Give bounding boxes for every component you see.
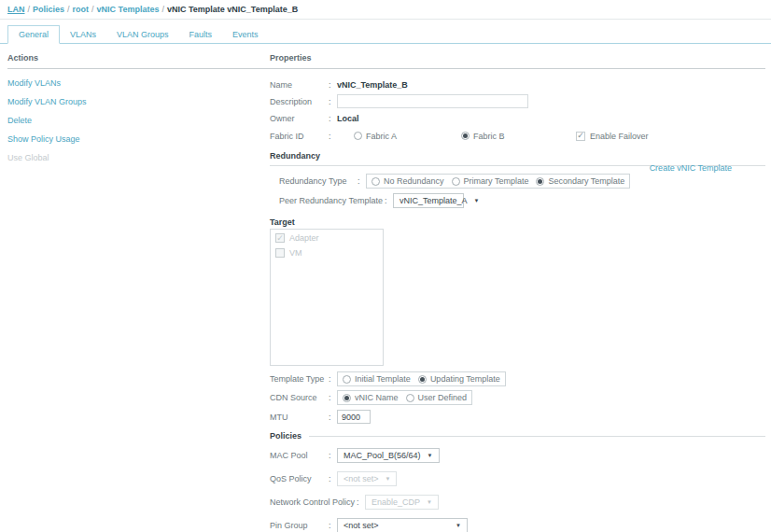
- radio-icon: [371, 177, 380, 186]
- fabric-option[interactable]: Fabric A: [354, 132, 461, 141]
- checkbox-icon: [576, 132, 585, 141]
- cdn-source-group: vNIC NameUser Defined: [337, 390, 472, 405]
- mtu-label: MTU: [270, 413, 329, 422]
- qos-policy-dropdown: <not set>▼: [337, 471, 397, 486]
- redundancy-option-label: Secondary Template: [548, 176, 624, 186]
- policy-label: Pin Group: [270, 521, 329, 530]
- template-type-option-label: Initial Template: [355, 374, 411, 384]
- chevron-down-icon: ▼: [473, 198, 479, 203]
- checkbox-icon: [275, 248, 285, 258]
- redundancy-type-group: No RedundancyPrimary TemplateSecondary T…: [366, 174, 630, 189]
- chevron-down-icon: ▼: [386, 476, 391, 482]
- mac-pool-dropdown[interactable]: MAC_Pool_B(56/64)▼: [337, 448, 440, 463]
- name-row: Name : vNIC_Template_B: [270, 78, 765, 91]
- template-type-row: Template Type : Initial TemplateUpdating…: [270, 371, 765, 386]
- target-listbox: AdapterVM: [270, 229, 384, 366]
- policy-row-mac-pool: MAC Pool:MAC_Pool_B(56/64)▼: [270, 448, 765, 463]
- cdn-source-option[interactable]: vNIC Name: [343, 393, 399, 402]
- create-vnic-template-link[interactable]: Create vNIC Template: [650, 163, 732, 173]
- owner-label: Owner: [270, 114, 329, 123]
- description-row: Description :: [270, 94, 765, 108]
- template-type-option[interactable]: Initial Template: [343, 374, 411, 384]
- target-item-label: Adapter: [289, 233, 319, 243]
- chevron-down-icon: ▼: [428, 453, 433, 458]
- redundancy-option[interactable]: Secondary Template: [536, 176, 624, 186]
- policy-label: QoS Policy: [270, 474, 329, 483]
- template-type-option[interactable]: Updating Template: [418, 374, 500, 384]
- cdn-source-row: CDN Source : vNIC NameUser Defined: [270, 390, 765, 405]
- owner-row: Owner : Local: [270, 112, 765, 124]
- redundancy-option[interactable]: No Redundancy: [371, 176, 444, 186]
- cdn-source-option-label: User Defined: [418, 393, 468, 402]
- template-type-option-label: Updating Template: [430, 374, 500, 384]
- dropdown-value: <not set>: [343, 521, 379, 530]
- breadcrumb-separator: /: [28, 5, 31, 14]
- policy-label: MAC Pool: [270, 451, 329, 460]
- fabric-label: Fabric ID: [270, 132, 329, 141]
- peer-redundancy-dropdown[interactable]: vNIC_Template_A ▼: [393, 193, 464, 208]
- actions-title: Actions: [7, 53, 270, 69]
- radio-icon: [354, 132, 362, 140]
- breadcrumb-separator: /: [161, 5, 164, 14]
- policy-row-qos-policy: QoS Policy:<not set>▼: [270, 471, 765, 486]
- mtu-row: MTU :: [270, 410, 765, 424]
- name-value: vNIC_Template_B: [337, 80, 408, 90]
- dropdown-value: <not set>: [343, 474, 379, 483]
- fabric-row: Fabric ID : Fabric AFabric B Enable Fail…: [270, 130, 765, 142]
- radio-icon: [406, 394, 414, 402]
- redundancy-option-label: No Redundancy: [384, 176, 444, 186]
- tab-faults[interactable]: Faults: [179, 26, 223, 43]
- tab-vlan-groups[interactable]: VLAN Groups: [106, 26, 179, 43]
- cdn-source-option-label: vNIC Name: [355, 393, 399, 402]
- policy-row-pin-group: Pin Group:<not set>▼: [270, 518, 765, 532]
- cdn-source-label: CDN Source: [270, 393, 329, 402]
- dropdown-value: MAC_Pool_B(56/64): [343, 451, 421, 460]
- action-delete[interactable]: Delete: [7, 116, 270, 125]
- tab-events[interactable]: Events: [222, 26, 269, 43]
- breadcrumb-link[interactable]: vNIC Templates: [97, 5, 160, 14]
- action-show-policy-usage[interactable]: Show Policy Usage: [7, 134, 270, 144]
- policy-label: Network Control Policy: [270, 497, 355, 507]
- target-item-label: VM: [289, 248, 302, 258]
- network-control-policy-dropdown: Enable_CDP▼: [365, 495, 439, 510]
- actions-panel: Actions Modify VLANsModify VLAN GroupsDe…: [0, 53, 270, 532]
- peer-redundancy-label: Peer Redundancy Template: [279, 196, 383, 205]
- radio-icon: [343, 394, 351, 402]
- fabric-option-label: Fabric B: [473, 132, 505, 141]
- action-modify-vlans[interactable]: Modify VLANs: [7, 78, 270, 88]
- mtu-input[interactable]: [337, 410, 371, 424]
- redundancy-option-label: Primary Template: [464, 176, 529, 186]
- action-modify-vlan-groups[interactable]: Modify VLAN Groups: [7, 97, 270, 106]
- radio-icon: [452, 177, 460, 186]
- description-input[interactable]: [337, 94, 528, 108]
- pin-group-dropdown[interactable]: <not set>▼: [337, 518, 468, 532]
- checkbox-icon: [275, 233, 285, 243]
- template-type-group: Initial TemplateUpdating Template: [337, 371, 506, 386]
- breadcrumb: LAN/Policies/root/vNIC Templates/vNIC Te…: [0, 0, 771, 20]
- breadcrumb-link[interactable]: Policies: [33, 5, 64, 14]
- tab-vlans[interactable]: VLANs: [60, 26, 106, 43]
- radio-icon: [418, 375, 427, 384]
- tab-general[interactable]: General: [7, 25, 60, 44]
- redundancy-option[interactable]: Primary Template: [452, 176, 529, 186]
- chevron-down-icon: ▼: [456, 523, 461, 528]
- fabric-option-label: Fabric A: [366, 132, 397, 141]
- policy-row-network-control-policy: Network Control Policy:Enable_CDP▼: [270, 495, 765, 510]
- target-item: Adapter: [275, 233, 378, 243]
- breadcrumb-link[interactable]: root: [73, 5, 90, 14]
- radio-icon: [536, 177, 544, 186]
- radio-icon: [461, 132, 470, 140]
- breadcrumb-link[interactable]: LAN: [7, 5, 25, 14]
- policies-title: Policies: [270, 431, 765, 441]
- fabric-option[interactable]: Fabric B: [461, 132, 540, 141]
- redundancy-type-label: Redundancy Type: [279, 176, 357, 186]
- enable-failover-checkbox[interactable]: Enable Failover: [576, 132, 649, 141]
- breadcrumb-separator: /: [67, 5, 70, 14]
- dropdown-value: Enable_CDP: [371, 497, 420, 507]
- target-item: VM: [275, 248, 378, 258]
- cdn-source-option[interactable]: User Defined: [406, 393, 468, 402]
- breadcrumb-separator: /: [91, 5, 94, 14]
- tab-bar: GeneralVLANsVLAN GroupsFaultsEvents: [0, 20, 771, 44]
- description-label: Description: [270, 97, 329, 106]
- properties-panel: Properties Name : vNIC_Template_B Descri…: [270, 53, 771, 532]
